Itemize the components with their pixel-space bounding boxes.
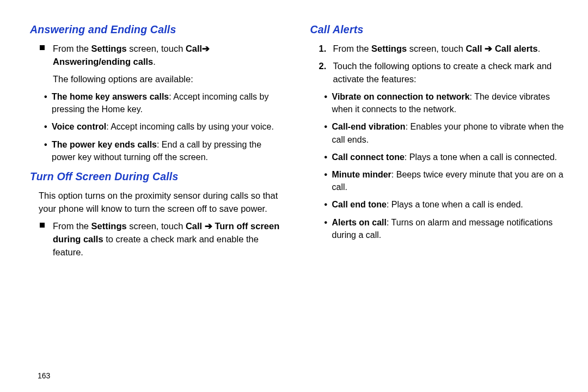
bold-settings: Settings	[371, 44, 407, 53]
bold-call: Call	[186, 221, 202, 231]
list-item: Call connect tone: Plays a tone when a c…	[324, 151, 567, 163]
list-item: The home key answers calls: Accept incom…	[44, 90, 286, 115]
step-number: 1.	[319, 42, 327, 56]
step-number: 2.	[319, 60, 327, 73]
arrow-icon: ➔	[485, 44, 492, 53]
bullet-rest: : Plays a tone when a call is ended.	[387, 200, 523, 209]
bold-settings: Settings	[91, 221, 127, 231]
instr-answering: From the Settings screen, touch Call➔ An…	[39, 42, 286, 86]
bullet-bold: The home key answers calls	[52, 92, 169, 101]
bullet-bold: Alerts on call	[332, 218, 387, 227]
list-item: Voice control: Accept incoming calls by …	[44, 120, 286, 133]
arrow-icon: ➔	[205, 221, 212, 231]
page-number: 163	[30, 359, 566, 381]
bold-call-alerts: Call alerts	[495, 44, 538, 53]
list-item: Call-end vibration: Enables your phone t…	[324, 120, 567, 145]
left-column: Answering and Ending Calls From the Sett…	[30, 20, 286, 359]
text: From the	[53, 44, 91, 53]
bullet-bold: Call end tone	[332, 200, 387, 209]
bullet-bold: The power key ends calls	[52, 140, 157, 149]
bullet-bold: Minute minder	[332, 170, 391, 179]
call-alerts-block: 1. From the Settings screen, touch Call …	[319, 42, 567, 241]
heading-answering-ending: Answering and Ending Calls	[30, 22, 286, 37]
text: From the	[53, 221, 91, 231]
list-item: Alerts on call: Turns on alarm and messa…	[324, 216, 567, 241]
text: From the	[333, 44, 372, 53]
step-text: Touch the following options to create a …	[333, 61, 552, 84]
bullet-rest: : Plays a tone when a call is connected.	[405, 152, 557, 162]
bold-answering-ending: Answering/ending calls	[53, 57, 153, 66]
two-column-layout: Answering and Ending Calls From the Sett…	[30, 20, 566, 359]
heading-turn-off-screen: Turn Off Screen During Calls	[30, 169, 286, 184]
bold-settings: Settings	[91, 44, 127, 53]
list-item: Vibrate on connection to network: The de…	[324, 90, 567, 115]
turn-off-intro: This option turns on the proximity senso…	[39, 189, 286, 216]
bold-call: Call	[186, 44, 202, 53]
instr-turn-off: From the Settings screen, touch Call ➔ T…	[39, 220, 286, 259]
bullet-bold: Call connect tone	[332, 152, 405, 162]
list-item: Minute minder: Beeps twice every minute …	[324, 168, 567, 193]
list-item: Call end tone: Plays a tone when a call …	[324, 198, 567, 211]
bullet-bold: Vibrate on connection to network	[332, 92, 470, 101]
bullet-bold: Voice control	[52, 122, 106, 131]
arrow-icon: ➔	[202, 44, 210, 53]
text: screen, touch	[127, 221, 186, 231]
bullet-rest: : Accept incoming calls by using your vo…	[106, 122, 274, 131]
heading-call-alerts: Call Alerts	[310, 22, 567, 37]
answering-block: From the Settings screen, touch Call➔ An…	[39, 42, 286, 163]
text: .	[153, 57, 156, 66]
bullet-bold: Call-end vibration	[332, 122, 406, 131]
list-item: The power key ends calls: End a call by …	[44, 138, 286, 163]
answering-bullets: The home key answers calls: Accept incom…	[39, 90, 286, 163]
text: screen, touch	[407, 44, 465, 53]
turn-off-block: From the Settings screen, touch Call ➔ T…	[39, 220, 286, 259]
options-available: The following options are available:	[53, 73, 286, 86]
text: .	[538, 44, 541, 53]
bold-call: Call	[465, 44, 482, 53]
alerts-bullets: Vibrate on connection to network: The de…	[319, 90, 567, 241]
text: screen, touch	[127, 44, 186, 53]
right-column: Call Alerts 1. From the Settings screen,…	[310, 20, 567, 359]
step-1: 1. From the Settings screen, touch Call …	[319, 42, 567, 56]
step-2: 2. Touch the following options to create…	[319, 60, 567, 86]
